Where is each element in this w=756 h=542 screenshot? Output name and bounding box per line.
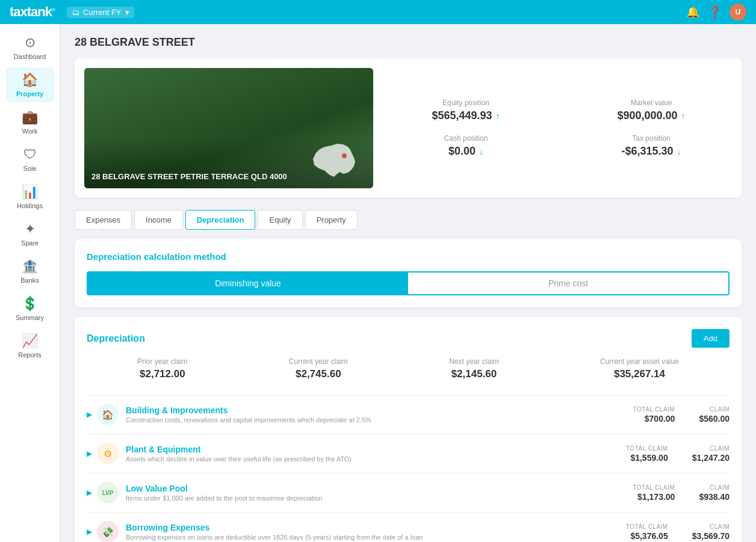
sidebar-label-work: Work	[22, 128, 37, 135]
building-total-label: TOTAL CLAIM	[633, 406, 675, 413]
plant-claim-value: $1,247.20	[692, 453, 730, 463]
property-stats: Equity position $565,449.93 ↑ Market val…	[385, 68, 732, 188]
chevron-lvp-icon[interactable]: ▶	[87, 488, 92, 497]
dashboard-icon: ⊙	[25, 35, 36, 51]
category-plant: ▶ ⚙ Plant & Equipment Assets which decli…	[87, 434, 730, 473]
borrowing-claim-label: CLAIM	[692, 523, 730, 530]
chevron-plant-icon[interactable]: ▶	[87, 449, 92, 458]
sidebar-item-summary[interactable]: 💲 Summary	[6, 291, 54, 326]
sidebar-label-sole: Sole	[23, 165, 36, 172]
category-lvp: ▶ LVP Low Value Pool Items under $1,000 …	[87, 473, 730, 512]
help-icon[interactable]: ❓	[708, 5, 721, 19]
property-card: 28 BELGRAVE STREET PETRIE TERRACE QLD 40…	[75, 58, 742, 198]
sidebar-label-dashboard: Dashboard	[14, 53, 46, 60]
cash-label: Cash position	[385, 134, 547, 143]
chevron-building-icon[interactable]: ▶	[87, 410, 92, 419]
next-year-value: $2,145.60	[449, 368, 499, 380]
sidebar-item-reports[interactable]: 📈 Reports	[6, 328, 54, 363]
sidebar-item-dashboard[interactable]: ⊙ Dashboard	[6, 30, 54, 65]
building-claims: TOTAL CLAIM $700.00 CLAIM $560.00	[633, 406, 730, 423]
tax-label: Tax position	[571, 134, 732, 143]
fy-selector[interactable]: 🗂 Current FY ▾	[67, 7, 134, 18]
plant-total-value: $1,559.00	[626, 453, 668, 463]
lvp-total-claim: TOTAL CLAIM $1,173.00	[633, 484, 675, 502]
tab-income[interactable]: Income	[134, 210, 183, 230]
property-image: 28 BELGRAVE STREET PETRIE TERRACE QLD 40…	[84, 68, 373, 188]
plant-total-claim: TOTAL CLAIM $1,559.00	[626, 445, 668, 463]
asset-value-label: Current year asset value	[600, 357, 679, 366]
chevron-down-icon: ▾	[125, 8, 129, 17]
building-claim-label: CLAIM	[699, 406, 730, 413]
tax-position-stat: Tax position -$6,315.30 ↓	[571, 134, 732, 158]
tab-property[interactable]: Property	[305, 210, 358, 230]
banks-icon: 🏦	[22, 259, 38, 274]
property-title: 28 BELGRAVE STREET	[75, 36, 742, 49]
fy-label: Current FY	[83, 8, 122, 17]
fy-icon: 🗂	[72, 8, 79, 17]
australia-map	[307, 135, 361, 182]
add-button[interactable]: Add	[692, 329, 730, 348]
building-total-value: $700.00	[633, 414, 675, 423]
prime-cost-btn[interactable]: Prime cost	[408, 273, 728, 294]
prior-year-label: Prior year claim	[137, 357, 187, 366]
sidebar-item-property[interactable]: 🏠 Property	[6, 67, 54, 102]
lvp-claim-value: $938.40	[699, 492, 730, 502]
equity-trend-icon: ↑	[496, 111, 500, 121]
next-year-stat: Next year claim $2,145.60	[449, 357, 499, 380]
borrowing-total-claim: TOTAL CLAIM $5,376.05	[626, 523, 668, 541]
building-claim-value: $560.00	[699, 414, 730, 423]
prior-year-value: $2,712.00	[137, 368, 187, 380]
tab-expenses[interactable]: Expenses	[75, 210, 132, 230]
tax-value: -$6,315.30 ↓	[571, 145, 732, 158]
property-address-overlay: 28 BELGRAVE STREET PETRIE TERRACE QLD 40…	[91, 172, 287, 181]
asset-value-stat: Current year asset value $35,267.14	[600, 357, 679, 380]
plant-claims: TOTAL CLAIM $1,559.00 CLAIM $1,247.20	[626, 445, 730, 463]
market-value: $900,000.00 ↑	[571, 109, 732, 122]
depreciation-header: Depreciation Add	[87, 329, 730, 348]
lvp-info: Low Value Pool Items under $1,000 are ad…	[126, 484, 633, 502]
current-year-label: Current year claim	[289, 357, 348, 366]
borrowing-claim: CLAIM $3,569.70	[692, 523, 730, 541]
sidebar-item-holdings[interactable]: 📊 Holdings	[6, 179, 54, 214]
chevron-borrowing-icon[interactable]: ▶	[87, 528, 92, 536]
lvp-claim-label: CLAIM	[699, 484, 730, 491]
lvp-name: Low Value Pool	[126, 484, 633, 493]
avatar[interactable]: U	[730, 4, 746, 20]
sidebar-item-spare[interactable]: ✦ Spare	[6, 217, 54, 251]
sidebar-item-work[interactable]: 💼 Work	[6, 105, 54, 140]
plant-total-label: TOTAL CLAIM	[626, 445, 668, 452]
depreciation-method-card: Depreciation calculation method Diminish…	[75, 239, 742, 307]
market-value-stat: Market value $900,000.00 ↑	[571, 99, 732, 122]
current-year-stat: Current year claim $2,745.60	[289, 357, 348, 380]
cash-trend-icon: ↓	[479, 147, 483, 156]
notification-icon[interactable]: 🔔	[686, 5, 699, 19]
next-year-label: Next year claim	[449, 357, 499, 366]
tab-equity[interactable]: Equity	[258, 210, 302, 230]
lvp-icon: LVP	[97, 482, 119, 504]
tab-depreciation[interactable]: Depreciation	[185, 210, 256, 230]
holdings-icon: 📊	[22, 184, 38, 200]
prior-year-stat: Prior year claim $2,712.00	[137, 357, 187, 380]
borrowing-total-label: TOTAL CLAIM	[626, 523, 668, 530]
lvp-desc: Items under $1,000 are added to the pool…	[126, 494, 633, 502]
sidebar-label-banks: Banks	[20, 277, 39, 284]
sidebar-label-spare: Spare	[21, 239, 39, 247]
sidebar-item-banks[interactable]: 🏦 Banks	[6, 254, 54, 289]
plant-claim-label: CLAIM	[692, 445, 730, 452]
building-total-claim: TOTAL CLAIM $700.00	[633, 406, 675, 423]
plant-name: Plant & Equipment	[126, 445, 626, 454]
sole-icon: 🛡	[23, 147, 37, 162]
lvp-total-value: $1,173.00	[633, 492, 675, 502]
diminishing-value-btn[interactable]: Diminishing value	[88, 273, 408, 294]
summary-stats: Prior year claim $2,712.00 Current year …	[87, 357, 730, 380]
cash-value: $0.00 ↓	[385, 145, 547, 158]
borrowing-info: Borrowing Expenses Borrowing expenses on…	[126, 523, 626, 541]
plant-info: Plant & Equipment Assets which decline i…	[126, 445, 626, 463]
tax-trend-icon: ↓	[677, 147, 681, 156]
lvp-claims: TOTAL CLAIM $1,173.00 CLAIM $938.40	[633, 484, 730, 502]
sidebar-label-property: Property	[16, 90, 43, 97]
lvp-total-label: TOTAL CLAIM	[633, 484, 675, 491]
reports-icon: 📈	[22, 333, 38, 349]
equity-value: $565,449.93 ↑	[385, 109, 547, 122]
sidebar-item-sole[interactable]: 🛡 Sole	[6, 142, 54, 177]
